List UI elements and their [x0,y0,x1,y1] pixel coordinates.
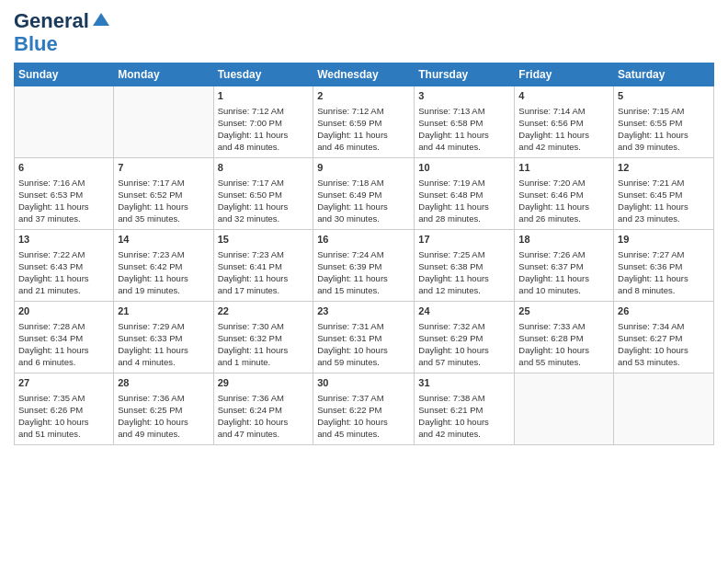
day-number: 23 [317,304,410,318]
day-detail: Sunrise: 7:12 AM Sunset: 7:00 PM Dayligh… [218,105,310,154]
day-detail: Sunrise: 7:30 AM Sunset: 6:32 PM Dayligh… [218,320,310,369]
header-row: SundayMondayTuesdayWednesdayThursdayFrid… [15,63,714,86]
logo-blue: Blue [14,33,58,55]
calendar-cell: 23Sunrise: 7:31 AM Sunset: 6:31 PM Dayli… [313,302,415,373]
calendar-cell [114,86,213,158]
day-number: 2 [317,89,410,103]
day-number: 29 [218,376,310,390]
day-detail: Sunrise: 7:36 AM Sunset: 6:24 PM Dayligh… [218,392,310,441]
header-day-friday: Friday [515,63,614,86]
calendar-cell [515,373,614,445]
day-number: 4 [518,89,609,103]
calendar-cell: 1Sunrise: 7:12 AM Sunset: 7:00 PM Daylig… [213,86,313,158]
calendar-cell: 3Sunrise: 7:13 AM Sunset: 6:58 PM Daylig… [415,86,515,158]
day-number: 10 [418,161,510,175]
day-number: 28 [118,376,209,390]
calendar-cell: 13Sunrise: 7:22 AM Sunset: 6:43 PM Dayli… [15,230,114,302]
calendar-cell: 26Sunrise: 7:34 AM Sunset: 6:27 PM Dayli… [614,302,714,373]
calendar-cell: 20Sunrise: 7:28 AM Sunset: 6:34 PM Dayli… [15,302,114,373]
day-detail: Sunrise: 7:19 AM Sunset: 6:48 PM Dayligh… [418,177,510,225]
day-detail: Sunrise: 7:28 AM Sunset: 6:34 PM Dayligh… [18,320,109,369]
calendar-cell: 10Sunrise: 7:19 AM Sunset: 6:48 PM Dayli… [415,158,515,230]
day-detail: Sunrise: 7:23 AM Sunset: 6:42 PM Dayligh… [118,248,209,297]
calendar-cell: 31Sunrise: 7:38 AM Sunset: 6:21 PM Dayli… [415,373,515,445]
day-number: 3 [418,89,510,103]
calendar-cell: 11Sunrise: 7:20 AM Sunset: 6:46 PM Dayli… [515,158,614,230]
calendar-cell: 2Sunrise: 7:12 AM Sunset: 6:59 PM Daylig… [313,86,415,158]
day-number: 8 [218,161,310,175]
logo-icon [91,9,111,29]
day-detail: Sunrise: 7:29 AM Sunset: 6:33 PM Dayligh… [118,320,209,369]
day-detail: Sunrise: 7:17 AM Sunset: 6:52 PM Dayligh… [118,177,209,225]
day-detail: Sunrise: 7:27 AM Sunset: 6:36 PM Dayligh… [618,248,710,297]
day-number: 5 [618,89,710,103]
calendar-cell: 14Sunrise: 7:23 AM Sunset: 6:42 PM Dayli… [114,230,213,302]
day-detail: Sunrise: 7:12 AM Sunset: 6:59 PM Dayligh… [317,105,410,154]
header-day-saturday: Saturday [614,63,714,86]
calendar-cell: 19Sunrise: 7:27 AM Sunset: 6:36 PM Dayli… [614,230,714,302]
svg-marker-0 [93,13,109,26]
day-detail: Sunrise: 7:24 AM Sunset: 6:39 PM Dayligh… [317,248,410,297]
calendar-cell: 29Sunrise: 7:36 AM Sunset: 6:24 PM Dayli… [213,373,313,445]
day-detail: Sunrise: 7:35 AM Sunset: 6:26 PM Dayligh… [18,392,109,441]
calendar-cell [614,373,714,445]
day-number: 20 [18,304,109,318]
day-detail: Sunrise: 7:14 AM Sunset: 6:56 PM Dayligh… [518,105,609,154]
day-detail: Sunrise: 7:16 AM Sunset: 6:53 PM Dayligh… [18,177,109,225]
day-number: 24 [418,304,510,318]
header-day-tuesday: Tuesday [213,63,313,86]
header-day-monday: Monday [114,63,213,86]
calendar-table: SundayMondayTuesdayWednesdayThursdayFrid… [14,63,714,445]
calendar-cell: 22Sunrise: 7:30 AM Sunset: 6:32 PM Dayli… [213,302,313,373]
day-number: 26 [618,304,710,318]
day-detail: Sunrise: 7:37 AM Sunset: 6:22 PM Dayligh… [317,392,410,441]
day-number: 12 [618,161,710,175]
week-row-2: 13Sunrise: 7:22 AM Sunset: 6:43 PM Dayli… [15,230,714,302]
day-detail: Sunrise: 7:34 AM Sunset: 6:27 PM Dayligh… [618,320,710,369]
week-row-3: 20Sunrise: 7:28 AM Sunset: 6:34 PM Dayli… [15,302,714,373]
day-detail: Sunrise: 7:26 AM Sunset: 6:37 PM Dayligh… [518,248,609,297]
logo-general: General [14,10,89,32]
calendar-cell [15,86,114,158]
calendar-cell: 9Sunrise: 7:18 AM Sunset: 6:49 PM Daylig… [313,158,415,230]
calendar-cell: 21Sunrise: 7:29 AM Sunset: 6:33 PM Dayli… [114,302,213,373]
day-number: 9 [317,161,410,175]
day-number: 17 [418,233,510,247]
calendar-cell: 27Sunrise: 7:35 AM Sunset: 6:26 PM Dayli… [15,373,114,445]
day-number: 19 [618,233,710,247]
calendar-cell: 24Sunrise: 7:32 AM Sunset: 6:29 PM Dayli… [415,302,515,373]
day-number: 31 [418,376,510,390]
calendar-cell: 4Sunrise: 7:14 AM Sunset: 6:56 PM Daylig… [515,86,614,158]
day-detail: Sunrise: 7:21 AM Sunset: 6:45 PM Dayligh… [618,177,710,225]
day-detail: Sunrise: 7:22 AM Sunset: 6:43 PM Dayligh… [18,248,109,297]
header-day-wednesday: Wednesday [313,63,415,86]
calendar-cell: 12Sunrise: 7:21 AM Sunset: 6:45 PM Dayli… [614,158,714,230]
calendar-cell: 17Sunrise: 7:25 AM Sunset: 6:38 PM Dayli… [415,230,515,302]
day-number: 14 [118,233,209,247]
calendar-cell: 16Sunrise: 7:24 AM Sunset: 6:39 PM Dayli… [313,230,415,302]
day-number: 13 [18,233,109,247]
day-detail: Sunrise: 7:36 AM Sunset: 6:25 PM Dayligh… [118,392,209,441]
day-detail: Sunrise: 7:18 AM Sunset: 6:49 PM Dayligh… [317,177,410,225]
week-row-4: 27Sunrise: 7:35 AM Sunset: 6:26 PM Dayli… [15,373,714,445]
day-detail: Sunrise: 7:38 AM Sunset: 6:21 PM Dayligh… [418,392,510,441]
day-number: 30 [317,376,410,390]
day-number: 11 [518,161,609,175]
week-row-1: 6Sunrise: 7:16 AM Sunset: 6:53 PM Daylig… [15,158,714,230]
header-day-thursday: Thursday [415,63,515,86]
calendar-cell: 7Sunrise: 7:17 AM Sunset: 6:52 PM Daylig… [114,158,213,230]
day-detail: Sunrise: 7:25 AM Sunset: 6:38 PM Dayligh… [418,248,510,297]
calendar-cell: 6Sunrise: 7:16 AM Sunset: 6:53 PM Daylig… [15,158,114,230]
page-container: General Blue SundayMondayTuesdayWednesda… [0,0,728,454]
calendar-cell: 15Sunrise: 7:23 AM Sunset: 6:41 PM Dayli… [213,230,313,302]
header-day-sunday: Sunday [15,63,114,86]
calendar-cell: 18Sunrise: 7:26 AM Sunset: 6:37 PM Dayli… [515,230,614,302]
day-number: 25 [518,304,609,318]
day-number: 7 [118,161,209,175]
calendar-cell: 30Sunrise: 7:37 AM Sunset: 6:22 PM Dayli… [313,373,415,445]
day-number: 18 [518,233,609,247]
header: General Blue [14,9,714,55]
calendar-cell: 5Sunrise: 7:15 AM Sunset: 6:55 PM Daylig… [614,86,714,158]
day-detail: Sunrise: 7:23 AM Sunset: 6:41 PM Dayligh… [218,248,310,297]
day-detail: Sunrise: 7:15 AM Sunset: 6:55 PM Dayligh… [618,105,710,154]
